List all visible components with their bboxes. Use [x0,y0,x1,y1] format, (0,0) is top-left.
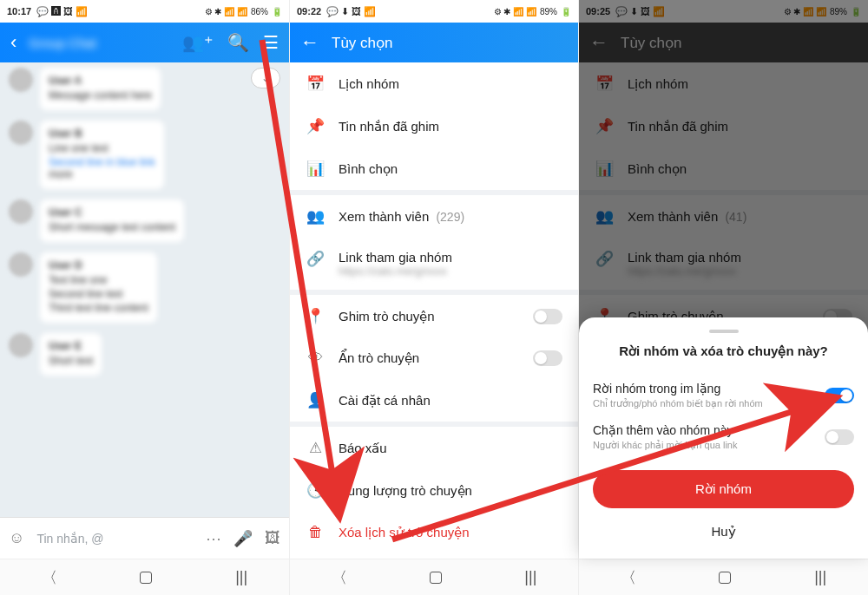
warning-icon: ⚠ [306,439,325,457]
sheet-title: Rời nhóm và xóa trò chuyện này? [593,343,854,359]
chat-title: Group Chat [29,36,96,50]
header-title: Tùy chọn [621,34,681,52]
avatar[interactable] [9,199,33,224]
nav-home-icon[interactable] [719,572,731,584]
nav-recent-icon[interactable]: ||| [524,568,536,586]
image-icon[interactable]: 🖼 [265,529,280,547]
nav-recent-icon[interactable]: ||| [814,568,826,586]
option-leave-silent[interactable]: Rời nhóm trong im lặng Chỉ trưởng/phó nh… [593,375,854,416]
status-right: ⚙ ✱ 📶 📶 86% 🔋 [205,7,282,16]
screen-leave-dialog: 09:25 💬⬇🖼📶 ⚙ ✱ 📶 📶 89% 🔋 ← Tùy chọn 📅Lịc… [579,0,868,595]
option-clear-history[interactable]: 🗑Xóa lịch sử trò chuyện [290,512,578,553]
block-readd-label: Chặn thêm vào nhóm này [593,423,825,437]
block-readd-sub: Người khác phải mời bạn qua link [593,440,825,451]
option-pinned[interactable]: 📌Tin nhắn đã ghim [290,105,578,147]
status-bar: 10:17 💬🅰🖼📶 ⚙ ✱ 📶 📶 86% 🔋 [0,0,289,23]
hide-icon: 👁 [306,350,325,367]
nav-recent-icon[interactable]: ||| [235,568,247,586]
status-app-icons: 💬⬇🖼📶 [615,6,665,17]
screen-options: 09:22 💬⬇🖼📶 ⚙ ✱ 📶 📶 89% 🔋 ← Tùy chọn 📅Lịc… [289,0,579,595]
option-link[interactable]: 🔗Link tham gia nhómhttps://zalo.me/g/xxx… [290,238,578,290]
chat-body[interactable]: User AMessage content here⌄ User BLine o… [0,62,289,517]
option-poll[interactable]: 📊Bình chọn [290,147,578,190]
trash-icon: 🗑 [306,524,325,541]
menu-icon[interactable]: ☰ [263,32,279,53]
avatar[interactable] [9,333,33,357]
options-header: ← Tùy chọn [579,23,868,62]
message-bubble[interactable]: User EShort text [40,333,102,376]
poll-icon: 📊 [306,160,325,178]
status-bar: 09:25 💬⬇🖼📶 ⚙ ✱ 📶 📶 89% 🔋 [579,0,868,23]
options-list[interactable]: 📅Lịch nhóm 📌Tin nhắn đã ghim 📊Bình chọn … [290,62,578,559]
expand-button[interactable]: ⌄ [251,68,280,88]
avatar[interactable] [9,121,33,145]
back-icon[interactable]: ‹ [10,31,16,54]
status-time: 09:22 [297,6,321,16]
option-report[interactable]: ⚠Báo xấu [290,427,578,469]
nav-back-icon[interactable]: 〈 [42,567,57,588]
status-bar: 09:22 💬⬇🖼📶 ⚙ ✱ 📶 📶 89% 🔋 [290,0,578,23]
voice-icon[interactable]: 🎤 [233,529,253,548]
link-icon: 🔗 [306,250,325,268]
toggle-leave-silent[interactable] [825,388,854,403]
emoji-icon[interactable]: ☺ [9,529,24,547]
option-hide-chat[interactable]: 👁Ẩn trò chuyện [290,337,578,379]
android-navbar: 〈 ||| [290,559,578,595]
nav-back-icon[interactable]: 〈 [332,567,347,588]
header-title: Tùy chọn [332,34,392,52]
nav-home-icon[interactable] [430,572,442,584]
options-header: ← Tùy chọn [290,23,578,62]
message-bubble[interactable]: User AMessage content here [40,68,161,110]
message-bubble[interactable]: User BLine one textSecond line in blue l… [40,121,164,189]
message-input[interactable]: Tin nhắn, @ [36,532,194,546]
leave-group-sheet: Rời nhóm và xóa trò chuyện này? Rời nhóm… [579,317,868,559]
option-block-readd[interactable]: Chặn thêm vào nhóm này Người khác phải m… [593,416,854,458]
nav-home-icon[interactable] [140,572,152,584]
toggle-hide[interactable] [533,350,562,366]
add-member-icon[interactable]: 👥⁺ [182,32,214,53]
screen-chat: 10:17 💬🅰🖼📶 ⚙ ✱ 📶 📶 86% 🔋 ‹ Group Chat 👥⁺… [0,0,289,595]
option-calendar[interactable]: 📅Lịch nhóm [290,62,578,105]
status-app-icons: 💬⬇🖼📶 [326,6,376,17]
leave-silent-label: Rời nhóm trong im lặng [593,382,825,396]
status-time: 10:17 [7,6,31,16]
back-icon: ← [589,31,608,54]
search-icon[interactable]: 🔍 [227,32,249,53]
more-icon[interactable]: ⋯ [206,529,221,548]
status-app-icons: 💬🅰🖼📶 [36,6,88,17]
status-right: ⚙ ✱ 📶 📶 89% 🔋 [784,7,861,16]
status-right: ⚙ ✱ 📶 📶 89% 🔋 [494,7,571,16]
status-time: 09:25 [586,6,610,16]
sheet-grip[interactable] [709,330,739,333]
pin-icon: 📍 [306,307,325,325]
option-pin-chat[interactable]: 📍Ghim trò chuyện [290,295,578,337]
nav-back-icon[interactable]: 〈 [621,567,636,588]
message-bubble[interactable]: User CShort message text content [40,199,184,242]
message-bubble[interactable]: User DText line oneSecond line textThird… [40,252,157,323]
leave-group-button[interactable]: Rời nhóm [593,470,854,508]
option-members[interactable]: 👥Xem thành viên (229) [290,195,578,238]
chat-header: ‹ Group Chat 👥⁺ 🔍 ☰ [0,23,289,62]
storage-icon: 🕓 [306,481,325,500]
chat-input-bar: ☺ Tin nhắn, @ ⋯ 🎤 🖼 [0,517,289,559]
toggle-pin[interactable] [533,309,562,324]
option-personal[interactable]: 👤Cài đặt cá nhân [290,379,578,422]
back-icon[interactable]: ← [300,31,319,54]
members-icon: 👥 [306,207,325,226]
calendar-icon: 📅 [306,75,325,93]
cancel-button[interactable]: Huỷ [593,515,854,548]
avatar[interactable] [9,68,33,92]
settings-icon: 👤 [306,391,325,409]
toggle-block-readd[interactable] [825,429,854,445]
leave-silent-sub: Chỉ trưởng/phó nhóm biết bạn rời nhóm [593,398,825,409]
avatar[interactable] [9,252,33,277]
pin-icon: 📌 [306,117,325,135]
android-navbar: 〈 ||| [0,559,289,595]
option-storage[interactable]: 🕓Dung lượng trò chuyện [290,469,578,512]
android-navbar: 〈 ||| [579,559,868,595]
